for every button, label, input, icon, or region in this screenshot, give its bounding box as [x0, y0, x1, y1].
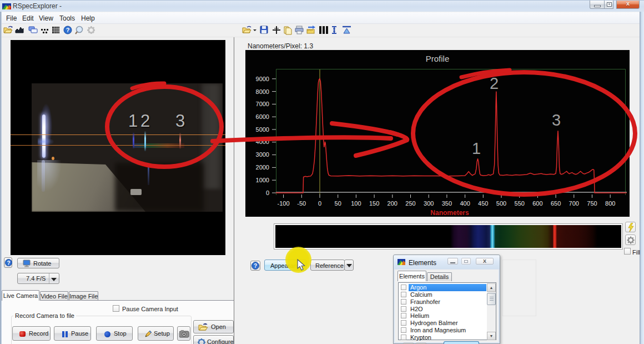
svg-text:1: 1	[472, 139, 481, 157]
svg-text:6000: 6000	[256, 113, 269, 120]
svg-text:2: 2	[490, 74, 499, 92]
svg-text:0: 0	[318, 200, 321, 207]
svg-text:750: 750	[587, 200, 597, 207]
svg-text:550: 550	[515, 200, 525, 207]
svg-text:300: 300	[424, 200, 434, 207]
svg-text:3000: 3000	[256, 151, 269, 158]
svg-text:4000: 4000	[256, 138, 269, 145]
svg-text:2000: 2000	[256, 164, 269, 171]
svg-text:650: 650	[551, 200, 561, 207]
svg-text:-100: -100	[278, 200, 290, 207]
svg-text:800: 800	[605, 200, 615, 207]
svg-text:250: 250	[405, 200, 415, 207]
svg-text:200: 200	[388, 200, 398, 207]
svg-text:350: 350	[442, 200, 452, 207]
svg-text:400: 400	[460, 200, 470, 207]
svg-text:?: ?	[66, 27, 70, 33]
svg-text:?: ?	[254, 263, 257, 269]
svg-text:150: 150	[369, 200, 379, 207]
svg-text:50: 50	[335, 200, 341, 207]
svg-text:5000: 5000	[256, 126, 269, 133]
svg-text:500: 500	[496, 200, 506, 207]
svg-text:600: 600	[532, 200, 542, 207]
svg-text:0: 0	[266, 190, 269, 196]
svg-text:Nanometers: Nanometers	[430, 209, 469, 217]
svg-text:7000: 7000	[256, 101, 269, 107]
svg-text:450: 450	[478, 200, 488, 207]
svg-text:8000: 8000	[256, 88, 269, 95]
svg-text:-50: -50	[297, 200, 306, 207]
svg-text:Profile: Profile	[426, 54, 450, 63]
svg-text:700: 700	[569, 200, 579, 207]
svg-text:3: 3	[552, 111, 561, 129]
svg-text:9000: 9000	[256, 76, 269, 82]
svg-text:100: 100	[351, 200, 361, 207]
svg-text:1000: 1000	[256, 177, 269, 183]
svg-text:?: ?	[7, 260, 10, 266]
